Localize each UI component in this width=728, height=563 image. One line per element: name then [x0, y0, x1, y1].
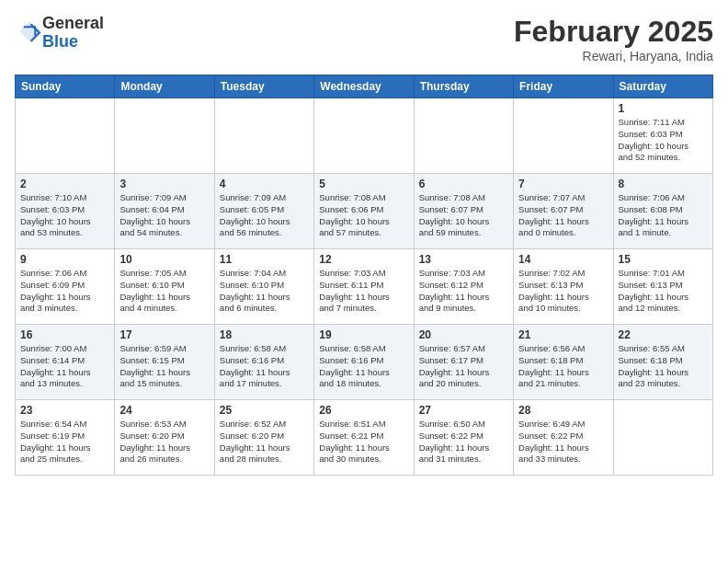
calendar-cell: 26Sunrise: 6:51 AM Sunset: 6:21 PM Dayli… [314, 400, 414, 476]
day-info: Sunrise: 7:04 AM Sunset: 6:10 PM Dayligh… [220, 268, 309, 315]
day-info: Sunrise: 6:54 AM Sunset: 6:19 PM Dayligh… [20, 419, 109, 465]
day-header-tuesday: Tuesday [214, 75, 313, 98]
calendar-table: SundayMondayTuesdayWednesdayThursdayFrid… [15, 75, 713, 476]
calendar-cell: 18Sunrise: 6:58 AM Sunset: 6:16 PM Dayli… [214, 325, 313, 400]
page-header: General Blue February 2025 Rewari, Harya… [15, 15, 713, 63]
calendar-cell [414, 98, 513, 174]
calendar-cell: 1Sunrise: 7:11 AM Sunset: 6:03 PM Daylig… [613, 98, 712, 174]
calendar-cell: 3Sunrise: 7:09 AM Sunset: 6:04 PM Daylig… [115, 174, 214, 249]
calendar-cell [514, 98, 613, 174]
day-info: Sunrise: 7:10 AM Sunset: 6:03 PM Dayligh… [20, 192, 109, 239]
calendar-cell: 28Sunrise: 6:49 AM Sunset: 6:22 PM Dayli… [514, 400, 613, 476]
day-number: 26 [319, 404, 408, 417]
calendar-cell: 23Sunrise: 6:54 AM Sunset: 6:19 PM Dayli… [16, 400, 115, 476]
day-number: 12 [319, 253, 408, 266]
day-number: 13 [419, 253, 508, 266]
calendar-cell: 22Sunrise: 6:55 AM Sunset: 6:18 PM Dayli… [613, 325, 712, 400]
day-number: 9 [20, 253, 109, 266]
calendar-cell: 4Sunrise: 7:09 AM Sunset: 6:05 PM Daylig… [214, 174, 313, 249]
calendar-cell: 9Sunrise: 7:06 AM Sunset: 6:09 PM Daylig… [16, 249, 115, 325]
day-header-sunday: Sunday [16, 75, 115, 98]
calendar-cell: 6Sunrise: 7:08 AM Sunset: 6:07 PM Daylig… [414, 174, 513, 249]
calendar-header-row: SundayMondayTuesdayWednesdayThursdayFrid… [16, 75, 713, 98]
day-number: 17 [119, 328, 209, 341]
day-number: 16 [20, 328, 109, 341]
calendar-cell: 5Sunrise: 7:08 AM Sunset: 6:06 PM Daylig… [314, 174, 414, 249]
title-block: February 2025 Rewari, Haryana, India [514, 15, 713, 63]
calendar-cell: 21Sunrise: 6:56 AM Sunset: 6:18 PM Dayli… [514, 325, 613, 400]
day-info: Sunrise: 7:00 AM Sunset: 6:14 PM Dayligh… [20, 343, 109, 390]
day-number: 2 [20, 178, 109, 190]
calendar-cell: 15Sunrise: 7:01 AM Sunset: 6:13 PM Dayli… [613, 249, 712, 325]
logo: General Blue [15, 15, 104, 52]
day-number: 14 [518, 253, 608, 266]
calendar-cell [214, 98, 313, 174]
day-info: Sunrise: 7:03 AM Sunset: 6:12 PM Dayligh… [419, 268, 508, 315]
day-info: Sunrise: 6:56 AM Sunset: 6:18 PM Dayligh… [518, 343, 608, 390]
day-info: Sunrise: 7:08 AM Sunset: 6:06 PM Dayligh… [319, 192, 408, 239]
day-number: 23 [20, 404, 109, 417]
calendar-cell: 24Sunrise: 6:53 AM Sunset: 6:20 PM Dayli… [115, 400, 214, 476]
logo-icon [17, 18, 42, 44]
calendar-cell [115, 98, 214, 174]
calendar-cell [314, 98, 414, 174]
day-info: Sunrise: 6:59 AM Sunset: 6:15 PM Dayligh… [119, 343, 209, 390]
day-header-monday: Monday [115, 75, 214, 98]
calendar-cell [16, 98, 115, 174]
day-number: 15 [619, 253, 708, 266]
logo-general-text: General [42, 14, 104, 32]
day-number: 27 [419, 404, 508, 417]
day-number: 25 [220, 404, 309, 417]
day-number: 10 [119, 253, 209, 266]
day-number: 24 [119, 404, 209, 417]
day-info: Sunrise: 6:53 AM Sunset: 6:20 PM Dayligh… [119, 419, 209, 465]
calendar-cell: 10Sunrise: 7:05 AM Sunset: 6:10 PM Dayli… [115, 249, 214, 325]
day-info: Sunrise: 6:58 AM Sunset: 6:16 PM Dayligh… [319, 343, 408, 390]
day-info: Sunrise: 6:52 AM Sunset: 6:20 PM Dayligh… [220, 419, 309, 465]
day-info: Sunrise: 6:55 AM Sunset: 6:18 PM Dayligh… [619, 343, 708, 390]
day-number: 18 [220, 328, 309, 341]
day-info: Sunrise: 7:05 AM Sunset: 6:10 PM Dayligh… [119, 268, 209, 315]
day-header-thursday: Thursday [414, 75, 513, 98]
day-info: Sunrise: 7:11 AM Sunset: 6:03 PM Dayligh… [619, 117, 708, 164]
day-number: 4 [220, 178, 309, 190]
day-info: Sunrise: 7:09 AM Sunset: 6:05 PM Dayligh… [220, 192, 309, 239]
day-number: 21 [518, 328, 608, 341]
calendar-cell: 7Sunrise: 7:07 AM Sunset: 6:07 PM Daylig… [514, 174, 613, 249]
day-header-saturday: Saturday [613, 75, 712, 98]
day-info: Sunrise: 7:06 AM Sunset: 6:08 PM Dayligh… [619, 192, 708, 239]
day-header-wednesday: Wednesday [314, 75, 414, 98]
day-info: Sunrise: 7:06 AM Sunset: 6:09 PM Dayligh… [20, 268, 109, 315]
calendar-cell: 11Sunrise: 7:04 AM Sunset: 6:10 PM Dayli… [214, 249, 313, 325]
calendar-cell: 20Sunrise: 6:57 AM Sunset: 6:17 PM Dayli… [414, 325, 513, 400]
day-number: 8 [619, 178, 708, 190]
day-info: Sunrise: 7:09 AM Sunset: 6:04 PM Dayligh… [119, 192, 209, 239]
day-number: 22 [619, 328, 708, 341]
day-number: 5 [319, 178, 408, 190]
day-info: Sunrise: 7:07 AM Sunset: 6:07 PM Dayligh… [518, 192, 608, 239]
day-number: 6 [419, 178, 508, 190]
calendar-cell: 17Sunrise: 6:59 AM Sunset: 6:15 PM Dayli… [115, 325, 214, 400]
day-number: 7 [518, 178, 608, 190]
day-info: Sunrise: 7:03 AM Sunset: 6:11 PM Dayligh… [319, 268, 408, 315]
calendar-cell: 14Sunrise: 7:02 AM Sunset: 6:13 PM Dayli… [514, 249, 613, 325]
calendar-cell: 19Sunrise: 6:58 AM Sunset: 6:16 PM Dayli… [314, 325, 414, 400]
day-info: Sunrise: 6:51 AM Sunset: 6:21 PM Dayligh… [319, 419, 408, 465]
calendar-cell [613, 400, 712, 476]
day-info: Sunrise: 7:08 AM Sunset: 6:07 PM Dayligh… [419, 192, 508, 239]
calendar-cell: 2Sunrise: 7:10 AM Sunset: 6:03 PM Daylig… [16, 174, 115, 249]
calendar-cell: 25Sunrise: 6:52 AM Sunset: 6:20 PM Dayli… [214, 400, 313, 476]
day-number: 11 [220, 253, 309, 266]
day-info: Sunrise: 6:50 AM Sunset: 6:22 PM Dayligh… [419, 419, 508, 465]
day-info: Sunrise: 6:58 AM Sunset: 6:16 PM Dayligh… [220, 343, 309, 390]
calendar-cell: 8Sunrise: 7:06 AM Sunset: 6:08 PM Daylig… [613, 174, 712, 249]
day-number: 19 [319, 328, 408, 341]
calendar-cell: 27Sunrise: 6:50 AM Sunset: 6:22 PM Dayli… [414, 400, 513, 476]
calendar-cell: 16Sunrise: 7:00 AM Sunset: 6:14 PM Dayli… [16, 325, 115, 400]
day-number: 20 [419, 328, 508, 341]
day-info: Sunrise: 7:01 AM Sunset: 6:13 PM Dayligh… [619, 268, 708, 315]
svg-marker-0 [19, 21, 40, 41]
calendar-cell: 12Sunrise: 7:03 AM Sunset: 6:11 PM Dayli… [314, 249, 414, 325]
month-title: February 2025 [514, 15, 713, 49]
calendar-cell: 13Sunrise: 7:03 AM Sunset: 6:12 PM Dayli… [414, 249, 513, 325]
